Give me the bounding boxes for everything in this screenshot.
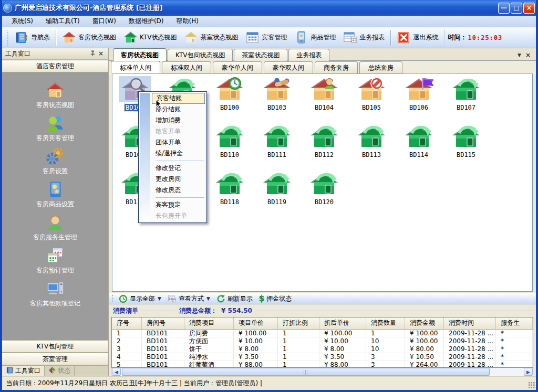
room-BD120[interactable]: BD120 [301, 171, 348, 217]
toolbar-button-goods-mgmt[interactable]: 商品管理 [291, 29, 339, 46]
toolbar-button-navigator[interactable]: 导航条 [11, 29, 54, 46]
room-BD111[interactable]: BD111 [253, 123, 301, 169]
room-label: BD120 [314, 198, 335, 206]
column-header-8[interactable]: 消费时间 [444, 317, 496, 329]
scroll-left-icon[interactable]: ◀ [112, 368, 121, 376]
column-header-6[interactable]: 消费数量 [366, 317, 405, 329]
room-type-tab-1[interactable]: 标准双人间 [162, 61, 211, 73]
sidebar-tab-tool-window[interactable]: 工具窗口 [2, 366, 45, 376]
scrollbar-thumb[interactable] [122, 368, 490, 376]
context-menu-item-guest-reservation[interactable]: 宾客预定 [151, 199, 205, 210]
toolbar-button-room-status-view[interactable]: 客房状态视图 [58, 29, 120, 46]
context-menu-item-change-room[interactable]: 更改房间 [151, 174, 205, 185]
context-menu-item-change-room-state[interactable]: 修改房态 [151, 185, 205, 196]
doc-tab-0[interactable]: 客房状态视图 [113, 48, 167, 61]
action-button-view-mode[interactable]: 查看方式▼ [164, 294, 213, 304]
room-BD118[interactable]: BD118 [206, 171, 253, 217]
room-icon-vacant [308, 171, 340, 197]
doc-tab-1[interactable]: KTV包间状态视图 [168, 49, 233, 61]
maximize-button[interactable]: □ [511, 3, 522, 14]
sidebar-item-room-other-fees[interactable]: 客房其他款项登记 [2, 277, 108, 310]
table-row[interactable]: 5BD101红葡萄酒¥ 88.001¥ 88.003¥ 264.002009-1… [112, 361, 533, 368]
group-hotel-room-mgmt[interactable]: 酒店客房管理 [2, 60, 108, 72]
column-header-0[interactable]: 序号 [112, 317, 142, 329]
doc-tab-2[interactable]: 茶室状态视图 [234, 49, 287, 61]
room-BD113[interactable]: BD113 [348, 123, 395, 169]
column-header-1[interactable]: 房间号 [142, 317, 184, 329]
toolbar-button-ktv-status-view[interactable]: KTV状态视图 [120, 29, 180, 46]
sidebar-item-room-settings[interactable]: 客房设置 [2, 145, 108, 178]
room-BD103[interactable]: BD103 [253, 76, 301, 122]
room-BD107[interactable]: BD107 [442, 76, 490, 122]
room-type-tab-0[interactable]: 标准单人间 [111, 61, 160, 73]
room-BD114[interactable]: BD114 [395, 123, 442, 169]
menu-item-2[interactable]: 窗口(W) [86, 16, 122, 27]
resize-grip[interactable] [528, 382, 535, 388]
table-cell: ¥ 10.00 [234, 337, 278, 345]
sidebar-item-room-guest-mgmt[interactable]: 客房宾客管理 [2, 112, 108, 145]
tool-window-sidebar: 工具窗口 × 酒店客房管理 客房状态视图客房宾客管理客房设置客房商品设置客房服务… [2, 48, 109, 376]
room-BD106[interactable]: BD106 [395, 76, 442, 122]
toolbar-button-exit-system[interactable]: 退出系统 [393, 29, 442, 46]
room-type-tab-4[interactable]: 商务套房 [315, 61, 358, 73]
room-BD110[interactable]: BD110 [206, 123, 253, 169]
action-button-show-all[interactable]: 显示全部▼ [116, 294, 164, 304]
toolbar-grip[interactable] [6, 30, 9, 46]
table-row[interactable]: 4BD101纯净水¥ 3.501¥ 3.503¥ 10.502009-11-28… [112, 353, 533, 361]
column-header-2[interactable]: 消费项目 [184, 317, 234, 329]
context-menu-item-renew-refund-deposit[interactable]: 续/退押金 [151, 148, 205, 159]
table-row[interactable]: 2BD101方便面¥ 10.001¥ 10.0010¥ 100.002009-1… [112, 337, 533, 345]
room-type-tab-5[interactable]: 总统套房 [359, 61, 402, 73]
room-BD104[interactable]: BD104 [301, 76, 348, 122]
caption-divider [142, 311, 175, 311]
table-row[interactable]: 3BD101饼干¥ 8.001¥ 8.0010¥ 80.002009-11-28… [112, 345, 533, 353]
group-ktv-room-mgmt[interactable]: KTV包间管理 [2, 340, 108, 353]
sidebar-close-icon[interactable]: × [97, 50, 105, 58]
context-menu-item-modify-registration[interactable]: 修改登记 [151, 163, 205, 174]
room-BD115[interactable]: BD115 [442, 123, 490, 169]
menu-item-0[interactable]: 系统(S) [5, 16, 39, 27]
context-menu-item-group-open-bill[interactable]: 团体开单 [151, 137, 205, 148]
action-button-deposit-status[interactable]: $押金状态 [256, 293, 295, 304]
table-cell: * [496, 361, 533, 368]
room-BD100[interactable]: BD100 [206, 76, 253, 122]
room-BD112[interactable]: BD112 [301, 123, 348, 169]
toolbar-button-tea-status-view[interactable]: 茶室状态视图 [180, 29, 242, 46]
toolbar-button-guest-mgmt[interactable]: 宾客管理 [242, 29, 291, 46]
sidebar-item-room-goods-settings[interactable]: 客房商品设置 [2, 178, 108, 211]
column-header-9[interactable]: 服务生 [496, 317, 533, 329]
column-header-7[interactable]: 消费金额 [405, 317, 444, 329]
room-type-tab-2[interactable]: 豪华单人间 [213, 61, 262, 73]
pin-icon[interactable] [88, 50, 97, 58]
scroll-right-icon[interactable]: ▶ [524, 368, 533, 376]
room-type-tab-3[interactable]: 豪华双人间 [264, 61, 313, 73]
menu-item-3[interactable]: 数据维护(D) [122, 16, 170, 27]
tab-close-icon[interactable]: × [525, 52, 531, 58]
close-button[interactable]: × [523, 3, 535, 14]
sidebar-tab-status[interactable]: 状态 [45, 366, 75, 376]
toolbar-button-business-report[interactable]: 业务报表 [339, 29, 388, 46]
menu-item-1[interactable]: 辅助工具(T) [39, 16, 86, 27]
group-tea-room-mgmt[interactable]: 茶室管理 [2, 353, 108, 365]
column-header-5[interactable]: 折后单价 [319, 317, 366, 329]
room-BD119[interactable]: BD119 [253, 171, 301, 217]
table-row[interactable]: 1BD101房间费¥ 100.001¥ 100.001¥ 100.002009-… [112, 330, 533, 337]
column-header-3[interactable]: 项目单价 [234, 317, 278, 329]
dropdown-arrow-icon[interactable]: ▼ [206, 296, 210, 301]
sidebar-item-room-booking-mgmt[interactable]: 客房预订管理 [2, 244, 108, 277]
document-tab-bar: 客房状态视图KTV包间状态视图茶室状态视图业务报表▼× [109, 48, 536, 61]
tab-list-dropdown-icon[interactable]: ▼ [518, 52, 521, 58]
table-cell: * [496, 330, 533, 337]
room-label: BD103 [266, 104, 287, 111]
dropdown-arrow-icon[interactable]: ▼ [158, 296, 161, 301]
sidebar-item-room-status-view[interactable]: 客房状态视图 [2, 79, 108, 112]
sidebar-item-room-waiter-mgmt[interactable]: 客房服务生管理 [2, 211, 108, 244]
doc-tab-3[interactable]: 业务报表 [288, 49, 329, 61]
context-menu-item-add-consumption[interactable]: 增加消费 [151, 115, 205, 126]
menu-item-4[interactable]: 帮助(H) [170, 16, 205, 27]
minimize-button[interactable]: — [498, 3, 510, 14]
room-BD105[interactable]: BD105 [348, 76, 395, 122]
action-button-refresh-display[interactable]: 刷新显示 [213, 294, 256, 304]
action-toolbar-grip[interactable] [111, 294, 114, 303]
column-header-4[interactable]: 打折比例 [278, 317, 319, 329]
